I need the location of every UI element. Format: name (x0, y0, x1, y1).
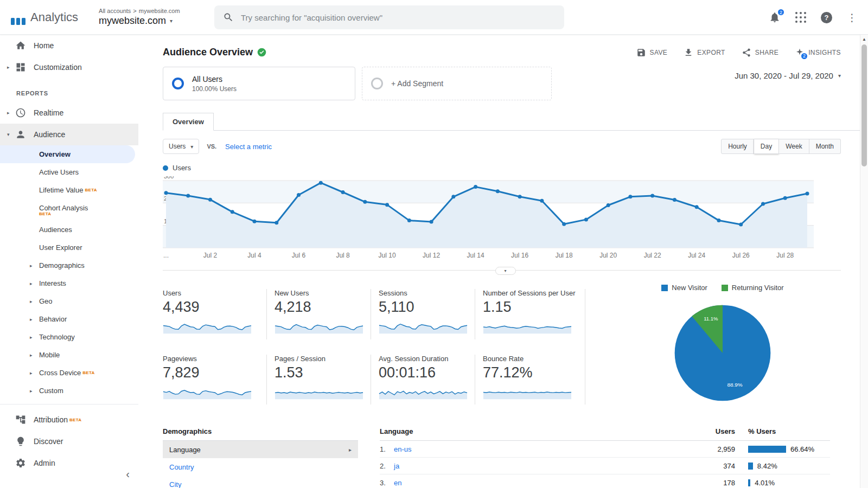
help-icon: ? (821, 12, 832, 23)
metric-card-sessions[interactable]: Sessions 5,110 (371, 289, 475, 339)
sidebar-label-audiences: Audiences (39, 226, 72, 234)
users-line-chart[interactable]: 100200300...Jul 2Jul 4Jul 6Jul 8Jul 10Ju… (163, 176, 860, 264)
sidebar-label-home: Home (34, 41, 54, 50)
metric-card-new-users[interactable]: New Users 4,218 (267, 289, 371, 339)
granularity-toggle: Hourly Day Week Month (721, 139, 841, 154)
export-button[interactable]: EXPORT (684, 48, 725, 57)
demo-item-city[interactable]: City (163, 476, 358, 488)
add-segment-button[interactable]: + Add Segment (362, 67, 552, 100)
expand-annotations-handle[interactable]: ▾ (495, 267, 516, 275)
chevron-down-icon: ▾ (170, 18, 173, 24)
granularity-hourly[interactable]: Hourly (721, 139, 754, 154)
sidebar-item-geo[interactable]: ▸ Geo (0, 292, 138, 310)
sidebar-item-discover[interactable]: Discover (0, 431, 138, 452)
sidebar-item-lifetime-value[interactable]: Lifetime Value BETA (0, 181, 138, 199)
select-a-metric-link[interactable]: Select a metric (225, 143, 272, 151)
demo-item-language[interactable]: Language ▸ (163, 441, 358, 458)
add-segment-label: + Add Segment (391, 79, 443, 88)
line-chart-svg: 100200300...Jul 2Jul 4Jul 6Jul 8Jul 10Ju… (163, 176, 814, 262)
metric-card-avg-session-duration[interactable]: Avg. Session Duration 00:01:16 (371, 355, 475, 405)
collapse-arrow-icon[interactable]: ▾ (7, 132, 15, 137)
analytics-logo-icon[interactable] (11, 10, 25, 25)
sidebar-item-mobile[interactable]: ▸ Mobile (0, 346, 138, 364)
svg-text:Jul 24: Jul 24 (688, 252, 705, 259)
demo-item-country[interactable]: Country (163, 458, 358, 476)
language-link[interactable]: ja (394, 462, 399, 470)
sidebar-label-interests: Interests (39, 279, 66, 287)
sparkline (483, 384, 572, 400)
expand-arrow-icon[interactable]: ▸ (7, 110, 15, 115)
beta-badge: BETA (85, 188, 97, 192)
segments-row: All Users 100.00% Users + Add Segment Ju… (163, 67, 860, 100)
sidebar-item-admin[interactable]: Admin (0, 452, 138, 474)
sidebar-item-active-users[interactable]: Active Users (0, 163, 138, 181)
search-input[interactable] (241, 13, 556, 22)
sparkline (275, 318, 363, 335)
legend-swatch-icon (722, 285, 728, 291)
tab-overview[interactable]: Overview (163, 113, 214, 131)
granularity-month[interactable]: Month (809, 139, 841, 154)
sidebar-item-customization[interactable]: ▸ Customization (0, 56, 138, 78)
overflow-menu-button[interactable]: ⋮ (847, 12, 857, 23)
sidebar-collapse-button[interactable]: ‹ (126, 468, 130, 480)
sidebar-item-technology[interactable]: ▸ Technology (0, 328, 138, 346)
account-selector[interactable]: mywebsite.com ▾ (99, 15, 180, 27)
svg-text:Jul 26: Jul 26 (732, 252, 750, 259)
expand-arrow-icon: ▸ (30, 299, 33, 304)
sidebar-item-user-explorer[interactable]: User Explorer (0, 239, 138, 256)
help-button[interactable]: ? (821, 12, 832, 23)
metric-card-users[interactable]: Users 4,439 (163, 289, 267, 339)
scrollbar-thumb[interactable] (861, 44, 867, 166)
metric-card-pages-per-session[interactable]: Pages / Session 1.53 (267, 355, 371, 405)
granularity-day[interactable]: Day (754, 139, 779, 154)
metric-card-bounce-rate[interactable]: Bounce Rate 77.12% (475, 355, 579, 405)
svg-text:Jul 8: Jul 8 (336, 252, 350, 259)
metric-card-pageviews[interactable]: Pageviews 7,829 (163, 355, 267, 405)
visitor-pie-chart[interactable]: 88.9%11.1% (585, 301, 860, 404)
sidebar-item-behavior[interactable]: ▸ Behavior (0, 310, 138, 328)
attribution-icon (15, 414, 26, 425)
sidebar-item-attribution[interactable]: Attribution BETA (0, 409, 138, 431)
vertical-scrollbar[interactable]: ▲ (860, 35, 868, 488)
breadcrumb-site[interactable]: mywebsite.com (139, 8, 180, 14)
expand-arrow-icon: ▸ (30, 370, 33, 376)
sidebar-item-interests[interactable]: ▸ Interests (0, 274, 138, 292)
share-button[interactable]: SHARE (742, 48, 778, 57)
notifications-button[interactable]: 2 (769, 11, 781, 23)
date-range-label: Jun 30, 2020 - Jul 29, 2020 (735, 71, 833, 80)
sidebar-item-custom[interactable]: ▸ Custom (0, 382, 138, 400)
metric-selector-dropdown[interactable]: Users ▾ (163, 139, 199, 154)
sidebar-item-cross-device[interactable]: ▸ Cross Device BETA (0, 364, 138, 382)
date-range-selector[interactable]: Jun 30, 2020 - Jul 29, 2020 ▾ (735, 71, 841, 80)
svg-text:88.9%: 88.9% (727, 382, 742, 388)
granularity-week[interactable]: Week (779, 139, 809, 154)
sidebar-item-audience[interactable]: ▾ Audience (0, 124, 138, 145)
sidebar-item-home[interactable]: Home (0, 35, 138, 56)
sidebar-item-cohort-analysis[interactable]: Cohort Analysis BETA (0, 199, 138, 221)
sidebar-divider (0, 404, 138, 404)
breadcrumb-all-accounts[interactable]: All accounts (99, 8, 131, 14)
sidebar-label-overview: Overview (39, 150, 71, 158)
sidebar-item-audiences[interactable]: Audiences (0, 221, 138, 239)
clock-icon (15, 107, 26, 118)
language-link[interactable]: en (394, 479, 401, 487)
language-link[interactable]: en-us (394, 445, 412, 453)
metrics-grid: Users 4,439 New Users 4,218 Sessions 5,1… (163, 289, 579, 404)
apps-grid-button[interactable] (795, 12, 806, 23)
search-bar[interactable] (214, 5, 564, 29)
segment-all-users[interactable]: All Users 100.00% Users (163, 67, 355, 100)
insights-button[interactable]: 2 INSIGHTS (795, 48, 841, 57)
sidebar-section-reports: REPORTS (0, 78, 138, 102)
scroll-up-arrow-icon[interactable]: ▲ (860, 35, 868, 43)
expand-arrow-icon: ▸ (30, 352, 33, 358)
metric-card-sessions-per-user[interactable]: Number of Sessions per User 1.15 (475, 289, 579, 339)
sidebar-item-realtime[interactable]: ▸ Realtime (0, 102, 138, 124)
expand-arrow-icon[interactable]: ▸ (7, 65, 15, 70)
sidebar-item-demographics[interactable]: ▸ Demographics (0, 256, 138, 274)
save-button[interactable]: SAVE (636, 48, 668, 57)
notification-badge: 2 (777, 8, 785, 16)
sparkline (379, 318, 468, 335)
percent-bar (748, 446, 786, 453)
beta-badge: BETA (82, 370, 94, 375)
sidebar-item-overview[interactable]: Overview (0, 145, 135, 163)
